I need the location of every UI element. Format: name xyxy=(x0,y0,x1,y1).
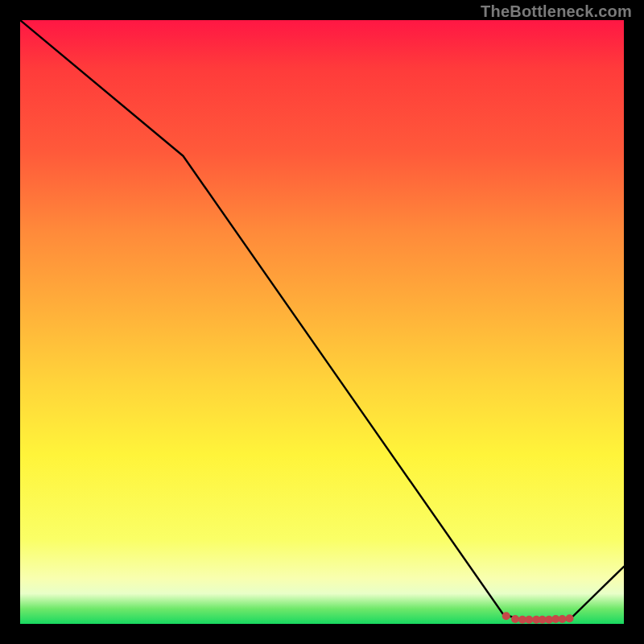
watermark-text: TheBottleneck.com xyxy=(481,2,632,21)
chart-frame: TheBottleneck.com xyxy=(20,20,624,624)
background-gradient xyxy=(20,20,624,624)
plot-area xyxy=(20,20,624,624)
